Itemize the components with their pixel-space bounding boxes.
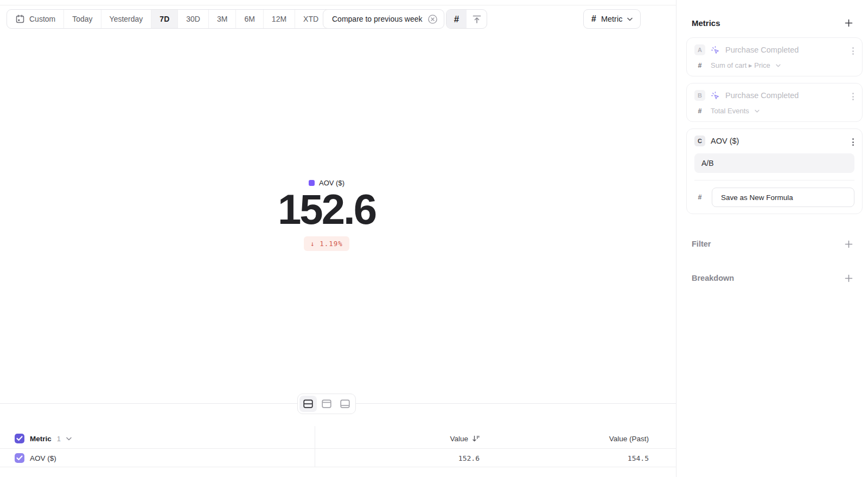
measure-label[interactable]: Sum of cart ▸ Price: [711, 61, 770, 69]
chart-view-icon: [322, 399, 331, 408]
split-view-button[interactable]: [299, 396, 317, 412]
metric-card-b-header: B Purchase Completed: [694, 90, 854, 101]
metric-badge: B: [694, 90, 705, 101]
metric-event-name[interactable]: Purchase Completed: [725, 91, 799, 100]
measure-label[interactable]: Total Events: [711, 107, 749, 115]
header-divider: [0, 5, 676, 5]
chevron-down-icon: [627, 17, 633, 21]
hash-icon: #: [694, 107, 705, 115]
chart-view-button[interactable]: [318, 396, 335, 412]
date-range-12m[interactable]: 12M: [263, 10, 295, 28]
hash-icon: #: [694, 62, 705, 69]
card-menu-icon[interactable]: [851, 91, 856, 102]
metric-cards: A Purchase Completed # Sum of cart ▸ Pri…: [686, 37, 863, 214]
metric-card-a-header: A Purchase Completed: [694, 44, 854, 55]
date-range-custom[interactable]: Custom: [7, 10, 63, 28]
compare-chip[interactable]: Compare to previous week: [323, 9, 444, 29]
date-range-control: Custom Today Yesterday 7D 30D 3M 6M 12M …: [7, 9, 337, 29]
table-view-button[interactable]: [336, 396, 354, 412]
compare-chip-label: Compare to previous week: [332, 15, 423, 23]
metric-row-cell: AOV ($): [15, 449, 56, 467]
query-builder-sidebar: Metrics A Purchase Completed # Sum of ca…: [676, 0, 868, 477]
date-range-label: Custom: [29, 15, 55, 23]
formula-input[interactable]: A/B: [694, 153, 854, 173]
date-range-yesterday[interactable]: Yesterday: [101, 10, 151, 28]
kpi-value: 152.6: [0, 190, 653, 229]
hash-icon: #: [694, 194, 705, 201]
value-past-column-header[interactable]: Value (Past): [609, 428, 649, 449]
value-cell: 152.6: [458, 449, 480, 467]
chevron-down-icon: [776, 64, 781, 67]
breakdown-section: Breakdown: [676, 274, 868, 282]
table-row[interactable]: AOV ($) 152.6 154.5: [0, 449, 676, 467]
remove-compare-icon[interactable]: [427, 14, 438, 24]
date-range-3m[interactable]: 3M: [208, 10, 235, 28]
table-header: Metric 1 Value Value (Past): [0, 428, 676, 449]
card-menu-icon[interactable]: [851, 46, 856, 56]
sort-descending-icon[interactable]: [472, 435, 480, 442]
value-column-header[interactable]: Value: [450, 428, 480, 449]
table-view-icon: [340, 399, 350, 408]
goal-button[interactable]: [467, 10, 487, 28]
metric-header-cell: Metric 1: [15, 428, 72, 449]
metric-count: 1: [57, 435, 61, 443]
goal-icon: [471, 14, 482, 24]
metric-badge: A: [694, 44, 705, 55]
kpi-change-wrap: ↓ 1.19%: [0, 236, 653, 251]
metric-card-c-header: C AOV ($): [694, 136, 854, 146]
add-breakdown-plus-icon[interactable]: [845, 274, 853, 282]
metric-card-b[interactable]: B Purchase Completed # Total Events: [686, 83, 863, 122]
metric-row-name: AOV ($): [30, 454, 56, 462]
hash-icon: #: [591, 15, 596, 23]
date-range-30d[interactable]: 30D: [177, 10, 208, 28]
breakdown-label: Breakdown: [692, 274, 734, 282]
click-event-icon: [711, 46, 720, 55]
filter-section: Filter: [676, 240, 868, 248]
filter-label: Filter: [692, 240, 711, 248]
metric-card-c[interactable]: C AOV ($) A/B # Save as New Formula: [686, 128, 863, 214]
split-view-icon: [303, 399, 313, 408]
metric-measure-row: # Sum of cart ▸ Price: [694, 61, 854, 69]
select-all-checkbox[interactable]: [15, 434, 24, 443]
date-range-today[interactable]: Today: [63, 10, 100, 28]
value-display-toggle: #: [446, 9, 487, 29]
metric-column-label: Metric: [30, 435, 52, 443]
date-range-6m[interactable]: 6M: [235, 10, 263, 28]
value-past-cell: 154.5: [628, 449, 649, 467]
chevron-down-icon[interactable]: [66, 437, 72, 441]
metrics-section-header: Metrics: [676, 18, 868, 28]
metric-measure-row: # Total Events: [694, 107, 854, 115]
card-menu-icon[interactable]: [851, 137, 856, 147]
metric-event-name[interactable]: Purchase Completed: [725, 46, 799, 54]
row-checkbox[interactable]: [15, 453, 24, 463]
save-as-new-formula-button[interactable]: Save as New Formula: [712, 188, 854, 207]
formula-metric-name[interactable]: AOV ($): [711, 137, 739, 145]
metric-badge: C: [694, 136, 705, 146]
chevron-down-icon: [755, 109, 760, 113]
metrics-title: Metrics: [692, 18, 720, 28]
date-range-7d[interactable]: 7D: [151, 10, 177, 28]
metric-card-a[interactable]: A Purchase Completed # Sum of cart ▸ Pri…: [686, 37, 863, 76]
number-format-button[interactable]: #: [446, 10, 467, 28]
hash-icon: #: [454, 15, 459, 24]
formula-actions-row: # Save as New Formula: [694, 188, 854, 207]
change-badge: ↓ 1.19%: [304, 236, 349, 251]
add-metric-plus-icon[interactable]: [845, 19, 853, 27]
add-metric-button[interactable]: # Metric: [583, 9, 641, 29]
layout-toggle-group: [297, 394, 356, 414]
card-divider: [694, 180, 854, 181]
calendar-icon: [15, 14, 25, 24]
add-filter-plus-icon[interactable]: [845, 240, 853, 248]
click-event-icon: [711, 91, 720, 100]
